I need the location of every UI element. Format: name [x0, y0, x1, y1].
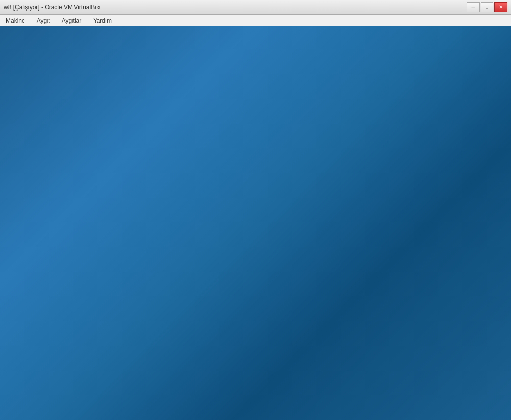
close-button[interactable]: ✕ [494, 2, 507, 12]
menu-makine[interactable]: Makine [4, 16, 27, 25]
window-controls: ─ □ ✕ [467, 2, 507, 12]
vbox-menubar: Makine Aygıt Aygıtlar Yardım [0, 15, 511, 26]
maximize-button[interactable]: □ [481, 2, 493, 12]
vbox-title: w8 [Çalışıyor] - Oracle VM VirtualBox [4, 4, 467, 11]
vbox-titlebar: w8 [Çalışıyor] - Oracle VM VirtualBox ─ … [0, 0, 511, 15]
menu-aygt[interactable]: Aygıt [35, 16, 52, 25]
menu-aygitlar[interactable]: Aygıtlar [60, 16, 83, 25]
minimize-button[interactable]: ─ [467, 2, 480, 12]
desktop: w8 [Çalışıyor] - Oracle VM VirtualBox ─ … [0, 0, 511, 420]
menu-yardim[interactable]: Yardım [91, 16, 114, 25]
